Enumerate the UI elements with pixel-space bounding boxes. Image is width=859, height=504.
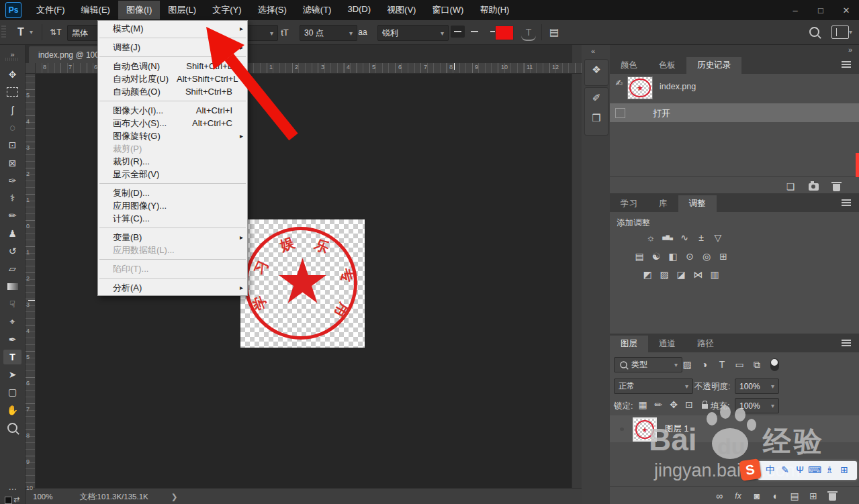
menu-item-1[interactable]: 模式(M)▸ bbox=[98, 22, 247, 35]
history-panel-menu-icon[interactable] bbox=[842, 64, 851, 65]
text-orientation-icon[interactable]: ⇅T bbox=[47, 26, 64, 39]
channel-mixer-icon[interactable]: ◎ bbox=[699, 250, 714, 263]
menubar-item-3[interactable]: 图像(I) bbox=[118, 1, 160, 19]
menu-item-12[interactable]: 裁剪(P) bbox=[98, 142, 247, 155]
new-group-icon[interactable]: ▤ bbox=[787, 489, 802, 503]
zoom-level[interactable]: 100% bbox=[33, 493, 52, 501]
menu-item-17[interactable]: 应用图像(Y)... bbox=[98, 199, 247, 212]
edit-toolbar-ellipsis-icon[interactable]: ⋯ bbox=[3, 482, 21, 497]
layer-name[interactable]: 图层 1 bbox=[665, 423, 688, 435]
exposure-icon[interactable]: ± bbox=[694, 231, 709, 244]
brush-settings-panel-icon[interactable]: ✐ bbox=[585, 88, 608, 108]
color-lookup-icon[interactable]: ⊞ bbox=[716, 250, 731, 263]
pen-tool[interactable]: ✒ bbox=[3, 332, 21, 347]
swap-colors-icon[interactable]: ⇄ bbox=[13, 495, 19, 504]
ime-pen-icon[interactable]: ✎ bbox=[778, 464, 793, 476]
color-balance-icon[interactable]: ☯ bbox=[649, 250, 664, 263]
lock-image-pixels-icon[interactable]: ✏ bbox=[651, 398, 666, 411]
menu-item-5[interactable]: 自动色调(N)Shift+Ctrl+L bbox=[98, 60, 247, 72]
menubar-item-7[interactable]: 滤镜(T) bbox=[295, 1, 340, 19]
menubar-item-2[interactable]: 编辑(E) bbox=[73, 1, 118, 19]
eraser-tool[interactable]: ▱ bbox=[3, 261, 21, 276]
layers-panel-menu-icon[interactable] bbox=[842, 342, 851, 344]
type-layers-filter-icon[interactable]: T bbox=[715, 358, 729, 371]
warp-text-icon[interactable]: T bbox=[521, 25, 536, 41]
align-left-button[interactable] bbox=[451, 26, 465, 38]
menu-item-13[interactable]: 裁切(R)... bbox=[98, 155, 247, 168]
text-color-swatch[interactable] bbox=[495, 26, 514, 40]
menu-item-23[interactable]: 陷印(T)... bbox=[98, 262, 247, 275]
gradient-tool[interactable] bbox=[3, 279, 21, 294]
menubar-item-11[interactable]: 帮助(H) bbox=[471, 1, 517, 19]
menubar-item-6[interactable]: 选择(S) bbox=[249, 1, 294, 19]
canvas-image[interactable]: ★ 学习娱乐专用 bbox=[240, 219, 365, 348]
menu-item-7[interactable]: 自动颜色(O)Shift+Ctrl+B bbox=[98, 85, 247, 98]
menubar-item-5[interactable]: 文字(Y) bbox=[204, 1, 249, 19]
tab-learn[interactable]: 学习 bbox=[610, 195, 648, 212]
layer-style-fx-icon[interactable]: fx bbox=[731, 489, 745, 503]
move-tool[interactable]: ✥ bbox=[3, 67, 21, 82]
tab-color[interactable]: 颜色 bbox=[610, 57, 648, 74]
brush-tool[interactable]: ✏ bbox=[3, 208, 21, 223]
ime-mic-icon[interactable]: Ψ bbox=[793, 464, 807, 476]
smart-object-filter-icon[interactable]: ⧉ bbox=[750, 358, 764, 371]
tab-history[interactable]: 历史记录 bbox=[686, 57, 741, 74]
history-source-checkbox[interactable] bbox=[615, 108, 625, 118]
menubar-item-10[interactable]: 窗口(W) bbox=[424, 1, 471, 19]
adjustment-layers-filter-icon[interactable]: ◑ bbox=[697, 358, 712, 371]
lock-artboard-icon[interactable]: ⊡ bbox=[682, 398, 696, 411]
menu-item-20[interactable]: 变量(B)▸ bbox=[98, 231, 247, 244]
smudge-tool[interactable]: ☟ bbox=[3, 297, 21, 311]
menu-item-9[interactable]: 图像大小(I)...Alt+Ctrl+I bbox=[98, 104, 247, 117]
photo-filter-icon[interactable]: ⊙ bbox=[682, 250, 697, 263]
ime-keyboard-icon[interactable]: ⌨ bbox=[807, 464, 822, 476]
link-layers-icon[interactable]: ∞ bbox=[712, 489, 727, 503]
tab-layers[interactable]: 图层 bbox=[610, 336, 648, 352]
menu-item-6[interactable]: 自动对比度(U)Alt+Shift+Ctrl+L bbox=[98, 72, 247, 85]
lasso-tool[interactable]: ʃ bbox=[3, 103, 21, 117]
blend-mode-select[interactable]: 正常 ▾ bbox=[614, 379, 693, 394]
menu-item-11[interactable]: 图像旋转(G)▸ bbox=[98, 130, 247, 142]
zoom-tool[interactable] bbox=[3, 420, 21, 435]
ime-chinese-icon[interactable]: 中 bbox=[763, 464, 778, 476]
menu-item-14[interactable]: 显示全部(V) bbox=[98, 168, 247, 181]
shape-tool[interactable]: ▢ bbox=[3, 385, 21, 399]
tab-libraries[interactable]: 库 bbox=[648, 195, 678, 212]
ime-skin-icon[interactable]: ♗ bbox=[822, 464, 837, 476]
clone-source-panel-icon[interactable]: ❒ bbox=[585, 108, 608, 128]
lock-transparent-pixels-icon[interactable]: ▦ bbox=[635, 398, 650, 411]
snapshot-thumbnail[interactable]: ★ bbox=[627, 77, 653, 99]
hand-tool[interactable]: ✋ bbox=[3, 403, 21, 417]
layer-thumbnail[interactable]: ★ bbox=[633, 417, 657, 442]
gradient-map-icon[interactable]: ▥ bbox=[707, 268, 722, 281]
opacity-select[interactable]: 100% ▾ bbox=[735, 379, 779, 394]
hue-saturation-icon[interactable]: ▤ bbox=[632, 250, 647, 263]
history-brush-source-icon[interactable]: ✍ bbox=[613, 78, 626, 91]
frame-tool[interactable]: ⊠ bbox=[3, 156, 21, 170]
expand-dock-icon[interactable]: » bbox=[848, 46, 852, 54]
search-icon[interactable] bbox=[809, 27, 819, 37]
tab-channels[interactable]: 通道 bbox=[648, 336, 686, 352]
clone-stamp-tool[interactable]: ♟ bbox=[3, 226, 21, 241]
menubar-item-8[interactable]: 3D(D) bbox=[339, 1, 379, 19]
workspace-chevron-icon[interactable]: ▾ bbox=[849, 28, 852, 36]
pixel-layers-filter-icon[interactable]: ▨ bbox=[680, 358, 694, 371]
properties-panel-icon[interactable]: ❖ bbox=[585, 60, 608, 80]
tab-adjustments[interactable]: 调整 bbox=[678, 195, 717, 212]
new-snapshot-camera-icon[interactable] bbox=[806, 180, 821, 193]
fill-select[interactable]: 100% ▾ bbox=[735, 398, 779, 413]
anti-alias-select[interactable]: 锐利 ▾ bbox=[377, 25, 449, 41]
workspace-switcher-icon[interactable] bbox=[831, 26, 849, 39]
tool-preset-chevron-icon[interactable]: ▾ bbox=[30, 28, 33, 36]
new-adjustment-layer-icon[interactable]: ◐ bbox=[768, 489, 783, 503]
curves-icon[interactable]: ∿ bbox=[677, 231, 692, 244]
history-brush-tool[interactable]: ↺ bbox=[3, 244, 21, 258]
posterize-icon[interactable]: ▨ bbox=[657, 268, 672, 281]
sogou-ime-icon[interactable]: S bbox=[739, 458, 762, 481]
menu-item-18[interactable]: 计算(C)... bbox=[98, 212, 247, 225]
menu-item-16[interactable]: 复制(D)... bbox=[98, 187, 247, 199]
tab-paths[interactable]: 路径 bbox=[686, 336, 725, 352]
delete-state-trash-icon[interactable] bbox=[829, 180, 844, 193]
maximize-button[interactable]: □ bbox=[808, 5, 833, 15]
rectangular-marquee-tool[interactable] bbox=[3, 85, 21, 99]
